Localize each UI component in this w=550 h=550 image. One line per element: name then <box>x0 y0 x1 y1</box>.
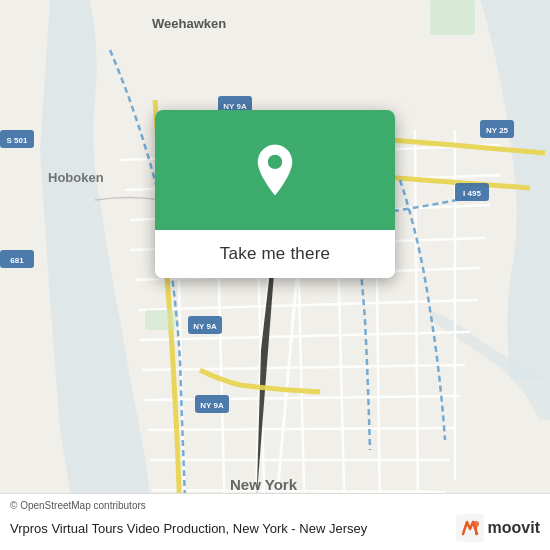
map-container: NY 9A NY 9A NY 9A I 495 NY 25 S 501 681 … <box>0 0 550 550</box>
svg-text:New York: New York <box>230 476 298 493</box>
svg-text:NY 25: NY 25 <box>486 126 509 135</box>
popup-green-area <box>155 110 395 230</box>
location-pin-icon <box>248 143 302 197</box>
moovit-brand-text: moovit <box>488 519 540 537</box>
attribution-bar: © OpenStreetMap contributors Vrpros Virt… <box>0 493 550 550</box>
osm-credit: © OpenStreetMap contributors <box>10 500 540 511</box>
svg-text:NY 9A: NY 9A <box>193 322 217 331</box>
svg-text:NY 9A: NY 9A <box>200 401 224 410</box>
popup-card: Take me there <box>155 110 395 278</box>
svg-text:I 495: I 495 <box>463 189 481 198</box>
svg-point-47 <box>268 155 282 169</box>
bottom-row: Vrpros Virtual Tours Video Production, N… <box>10 514 540 542</box>
svg-rect-39 <box>145 310 175 330</box>
popup-button-area: Take me there <box>155 230 395 278</box>
svg-text:Hoboken: Hoboken <box>48 170 104 185</box>
svg-text:681: 681 <box>10 256 24 265</box>
location-label: Vrpros Virtual Tours Video Production, N… <box>10 521 456 536</box>
moovit-logo: moovit <box>456 514 540 542</box>
moovit-brand-icon <box>456 514 484 542</box>
svg-text:Weehawken: Weehawken <box>152 16 226 31</box>
osm-credit-text: © OpenStreetMap contributors <box>10 500 146 511</box>
take-me-there-button[interactable]: Take me there <box>155 230 395 278</box>
svg-text:S 501: S 501 <box>7 136 28 145</box>
svg-rect-38 <box>430 0 475 35</box>
